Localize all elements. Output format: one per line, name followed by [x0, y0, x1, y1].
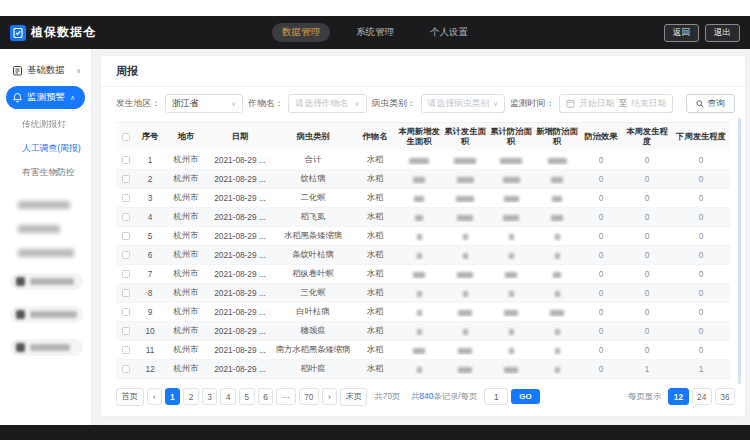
sidebar-redacted-icon-item[interactable]: [10, 273, 83, 290]
table-row: 5杭州市2021-08-29 ...水稻黑条矮缩病水稻000: [116, 227, 730, 246]
redacted-number: [555, 329, 560, 335]
cell-area-redacted: [396, 288, 442, 298]
cell-week-degree: 0: [622, 212, 672, 222]
cell-pest: 白叶枯病: [272, 306, 354, 317]
sidebar-redacted-item[interactable]: [18, 225, 60, 233]
sidebar-group-basic-data[interactable]: 基础数据 ∨: [0, 59, 91, 82]
cell-crop: 水稻: [354, 306, 396, 317]
cell-next-week-degree: 0: [672, 269, 730, 279]
cell-area-redacted: [488, 326, 534, 336]
cell-no: 9: [136, 307, 164, 317]
row-checkbox[interactable]: [122, 270, 130, 278]
region-select[interactable]: 浙江省 ∨: [165, 94, 243, 113]
cell-week-degree: 0: [622, 174, 672, 184]
row-checkbox[interactable]: [122, 308, 130, 316]
row-checkbox[interactable]: [122, 232, 130, 240]
redacted-number: [458, 310, 472, 316]
region-select-value: 浙江省: [172, 98, 198, 110]
crop-label: 作物名：: [248, 98, 283, 110]
cell-area-redacted: [534, 231, 580, 241]
search-button-label: 查询: [707, 98, 725, 110]
next-page-button[interactable]: ›: [322, 388, 337, 405]
sidebar-redacted-icon-items: [0, 273, 91, 356]
table-row: 9杭州市2021-08-29 ...白叶枯病水稻000: [116, 303, 730, 322]
sidebar-subitem[interactable]: 传统测报灯: [0, 113, 91, 137]
cell-city: 杭州市: [164, 249, 208, 260]
row-checkbox[interactable]: [122, 365, 130, 373]
redacted-number: [509, 234, 514, 240]
redacted-number: [463, 253, 468, 259]
row-checkbox[interactable]: [122, 289, 130, 297]
sidebar-redacted-icon-item[interactable]: [10, 306, 83, 323]
row-checkbox[interactable]: [122, 346, 130, 354]
page-button-···[interactable]: ···: [276, 388, 295, 405]
redacted-number: [555, 348, 560, 354]
page-button-70[interactable]: 70: [299, 388, 319, 405]
row-checkbox[interactable]: [122, 327, 130, 335]
page-size-36[interactable]: 36: [715, 388, 735, 405]
sidebar-redacted-item[interactable]: [18, 249, 74, 257]
redacted-number: [417, 329, 422, 335]
page-size-24[interactable]: 24: [692, 388, 712, 405]
redacted-number: [457, 177, 474, 183]
page-button-2[interactable]: 2: [183, 388, 199, 405]
cell-city: 杭州市: [164, 344, 208, 355]
table-row: 2杭州市2021-08-29 ...纹枯病水稻000: [116, 170, 730, 189]
page-button-6[interactable]: 6: [258, 388, 274, 405]
pest-select[interactable]: 请选择病虫类别 ∨: [421, 94, 506, 113]
page-size-12[interactable]: 12: [668, 388, 688, 405]
nav-item-个人设置[interactable]: 个人设置: [420, 23, 478, 42]
select-all-checkbox[interactable]: [122, 133, 130, 141]
cell-area-redacted: [488, 307, 534, 317]
cell-area-redacted: [534, 250, 580, 260]
cell-area-redacted: [442, 174, 488, 184]
total-records-text: 共840条记录/每页: [411, 391, 477, 402]
redacted-number: [550, 310, 564, 316]
cell-no: 2: [136, 174, 164, 184]
sidebar-subitem[interactable]: 有害生物防控: [0, 161, 91, 185]
search-button[interactable]: 查询: [686, 94, 735, 113]
go-button[interactable]: GO: [511, 389, 539, 404]
row-checkbox[interactable]: [122, 175, 130, 183]
vertical-scrollbar[interactable]: [738, 118, 741, 384]
row-checkbox[interactable]: [122, 251, 130, 259]
redacted-number: [500, 158, 522, 164]
cell-area-redacted: [442, 364, 488, 374]
date-range-input[interactable]: 开始日期 至 结束日期: [559, 94, 673, 113]
crop-select[interactable]: 请选择作物名 ∨: [288, 94, 366, 113]
first-page-button[interactable]: 首页: [116, 388, 144, 406]
exit-button[interactable]: 退出: [705, 24, 740, 42]
sidebar-group-monitor-warning[interactable]: 监测预警 ∧: [6, 86, 85, 109]
row-checkbox-cell: [116, 251, 136, 259]
redacted-number: [503, 215, 519, 221]
page-button-3[interactable]: 3: [202, 388, 218, 405]
date-end-placeholder: 结束日期: [631, 98, 666, 110]
footer-bar: [0, 425, 750, 440]
prev-page-button[interactable]: ‹: [147, 388, 162, 405]
nav-item-数据管理[interactable]: 数据管理: [272, 23, 330, 42]
sidebar-subitem[interactable]: 人工调查(周报): [0, 137, 91, 161]
nav-item-系统管理[interactable]: 系统管理: [346, 23, 404, 42]
page-button-5[interactable]: 5: [239, 388, 255, 405]
region-label: 发生地区：: [116, 98, 160, 110]
back-button[interactable]: 返回: [664, 24, 699, 42]
table-row: 10杭州市2021-08-29 ...穗颈瘟水稻000: [116, 322, 730, 341]
cell-area-redacted: [396, 231, 442, 241]
last-page-button[interactable]: 末页: [340, 388, 368, 406]
sidebar-redacted-icon-item[interactable]: [10, 339, 83, 356]
sidebar-redacted-item[interactable]: [18, 201, 70, 209]
clipboard-icon: [12, 65, 23, 76]
redacted-number: [505, 272, 517, 278]
page-jump-input[interactable]: [484, 388, 508, 405]
cell-area-redacted: [396, 155, 442, 165]
cell-area-redacted: [534, 174, 580, 184]
page-button-4[interactable]: 4: [220, 388, 236, 405]
row-checkbox[interactable]: [122, 213, 130, 221]
row-checkbox[interactable]: [122, 194, 130, 202]
cell-crop: 水稻: [354, 211, 396, 222]
row-checkbox[interactable]: [122, 156, 130, 164]
column-header: 下周发生程度: [672, 128, 730, 146]
cell-city: 杭州市: [164, 192, 208, 203]
cell-date: 2021-08-29 ...: [208, 174, 272, 184]
page-button-1[interactable]: 1: [165, 388, 181, 405]
